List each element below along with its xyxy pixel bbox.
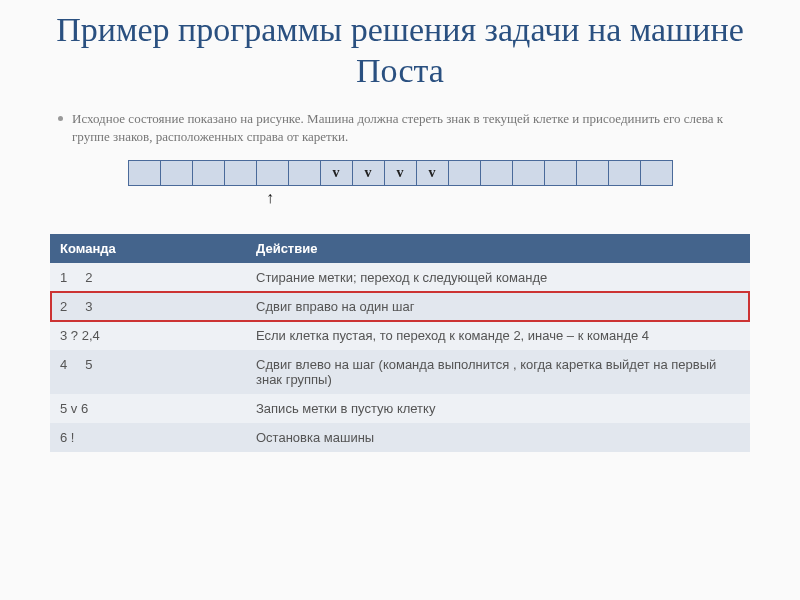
tape-cell [192,160,225,186]
col-header-command: Команда [50,234,246,263]
tape-cell: v [352,160,385,186]
tape-cell [288,160,321,186]
table-row: 5 v 6Запись метки в пустую клетку [50,394,750,423]
tape-cell [640,160,673,186]
tape-cell [576,160,609,186]
program-table-container: Команда Действие 1 2Стирание метки; пере… [50,234,750,452]
bullet-icon [58,116,63,121]
table-row: 1 2Стирание метки; переход к следующей к… [50,263,750,292]
tape-cell [512,160,545,186]
table-row: 6 !Остановка машины [50,423,750,452]
tape-cell: v [384,160,417,186]
slide-title: Пример программы решения задачи на машин… [50,10,750,92]
tape-cell [224,160,257,186]
tape-cell [544,160,577,186]
cell-action: Стирание метки; переход к следующей кома… [246,263,750,292]
carriage-pointer-icon: ↑ [266,190,274,206]
tape-cell [128,160,161,186]
tape-cell [448,160,481,186]
col-header-action: Действие [246,234,750,263]
tape-strip: vvvv [50,160,750,186]
description-text: Исходное состояние показано на рисунке. … [72,110,750,146]
cell-action: Запись метки в пустую клетку [246,394,750,423]
tape-cell [256,160,289,186]
tape-cell [608,160,641,186]
cell-command: 4 5 [50,350,246,394]
cell-action: Если клетка пустая, то переход к команде… [246,321,750,350]
cell-action: Сдвиг влево на шаг (команда выполнится ,… [246,350,750,394]
tape-pointer-area: ↑ [120,192,680,214]
tape-cell: v [320,160,353,186]
tape-cell [160,160,193,186]
cell-command: 5 v 6 [50,394,246,423]
tape-cell [480,160,513,186]
table-row: 2 3Сдвиг вправо на один шаг [50,292,750,321]
cell-command: 2 3 [50,292,246,321]
table-row: 4 5Сдвиг влево на шаг (команда выполнитс… [50,350,750,394]
cell-command: 6 ! [50,423,246,452]
cell-action: Остановка машины [246,423,750,452]
tape-cell: v [416,160,449,186]
cell-command: 1 2 [50,263,246,292]
cell-action: Сдвиг вправо на один шаг [246,292,750,321]
cell-command: 3 ? 2,4 [50,321,246,350]
program-table: Команда Действие 1 2Стирание метки; пере… [50,234,750,452]
table-row: 3 ? 2,4Если клетка пустая, то переход к … [50,321,750,350]
description-content: Исходное состояние показано на рисунке. … [72,111,723,144]
